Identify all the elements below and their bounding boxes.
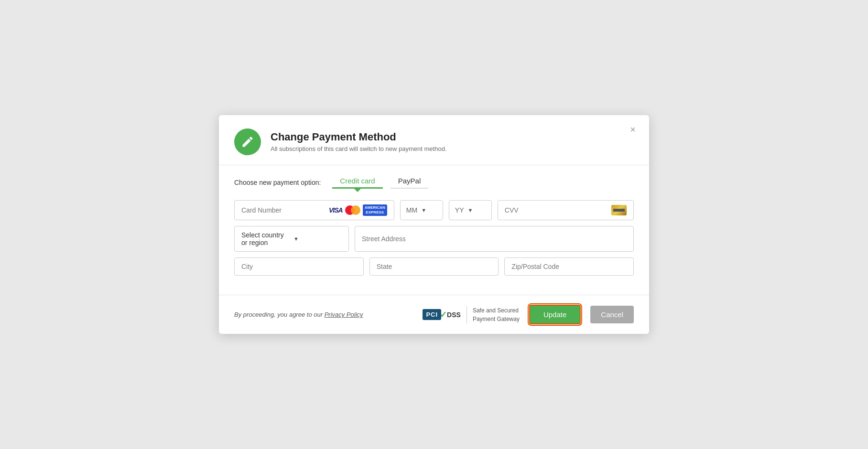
edit-icon: [241, 135, 254, 149]
header-text: Change Payment Method All subscriptions …: [271, 131, 447, 152]
mm-chevron-icon: ▼: [421, 207, 426, 213]
cvv-field[interactable]: [498, 200, 634, 221]
payment-options: Choose new payment option: Credit card P…: [234, 177, 634, 189]
tab-paypal[interactable]: PayPal: [391, 177, 429, 189]
tab-credit-card-label: Credit card: [340, 177, 375, 185]
dialog-body: Choose new payment option: Credit card P…: [219, 165, 649, 296]
tab-active-indicator: [332, 187, 382, 189]
yy-chevron-icon: ▼: [467, 207, 473, 213]
cvv-input[interactable]: [505, 206, 608, 214]
update-button[interactable]: Update: [529, 305, 581, 324]
dialog-footer: By proceeding, you agree to our Privacy …: [219, 295, 649, 334]
mastercard-logo: [345, 205, 360, 215]
close-button[interactable]: ×: [626, 123, 640, 136]
change-payment-dialog: Change Payment Method All subscriptions …: [219, 115, 649, 334]
header-icon: [234, 128, 261, 155]
address-row-2: [234, 257, 634, 276]
country-select[interactable]: Select country or region ▼: [234, 226, 349, 252]
payment-options-label: Choose new payment option:: [234, 179, 321, 186]
pci-logo: PCI ✓ DSS: [423, 309, 460, 320]
footer-right: PCI ✓ DSS Safe and Secured Payment Gatew…: [423, 305, 634, 324]
mm-label: MM: [406, 206, 417, 214]
pci-badge: PCI ✓ DSS Safe and Secured Payment Gatew…: [423, 306, 520, 323]
privacy-section: By proceeding, you agree to our Privacy …: [234, 311, 363, 318]
privacy-link[interactable]: Privacy Policy: [325, 311, 363, 318]
privacy-text: By proceeding, you agree to our: [234, 311, 325, 318]
zip-input[interactable]: [504, 257, 634, 276]
city-input[interactable]: [234, 257, 364, 276]
street-address-input[interactable]: [355, 226, 634, 252]
dialog-title: Change Payment Method: [271, 131, 447, 143]
pci-description: Safe and Secured Payment Gateway: [473, 306, 520, 323]
mm-dropdown[interactable]: MM ▼: [400, 200, 443, 221]
tab-credit-card[interactable]: Credit card: [332, 177, 382, 189]
cancel-button[interactable]: Cancel: [590, 306, 634, 323]
country-select-label: Select country or region: [241, 231, 290, 246]
address-row-1: Select country or region ▼: [234, 226, 634, 252]
dss-text: DSS: [447, 311, 461, 319]
tab-inactive-line: [391, 188, 429, 189]
pci-divider: [467, 306, 467, 323]
card-logos: VISA AMERICANEXPRESS: [329, 204, 387, 216]
dialog-header: Change Payment Method All subscriptions …: [219, 115, 649, 165]
yy-dropdown[interactable]: YY ▼: [449, 200, 492, 221]
country-chevron-icon: ▼: [293, 236, 342, 242]
amex-logo: AMERICANEXPRESS: [363, 204, 387, 216]
cvv-card-icon: [611, 205, 627, 215]
card-number-field[interactable]: VISA AMERICANEXPRESS: [234, 200, 394, 221]
tab-paypal-label: PayPal: [398, 177, 421, 185]
card-row: VISA AMERICANEXPRESS MM ▼ YY ▼: [234, 200, 634, 221]
card-number-input[interactable]: [241, 206, 325, 214]
pci-text: PCI: [423, 309, 441, 320]
dialog-subtitle: All subscriptions of this card will swit…: [271, 145, 447, 152]
state-input[interactable]: [369, 257, 499, 276]
yy-label: YY: [455, 206, 464, 214]
visa-logo: VISA: [329, 206, 343, 214]
